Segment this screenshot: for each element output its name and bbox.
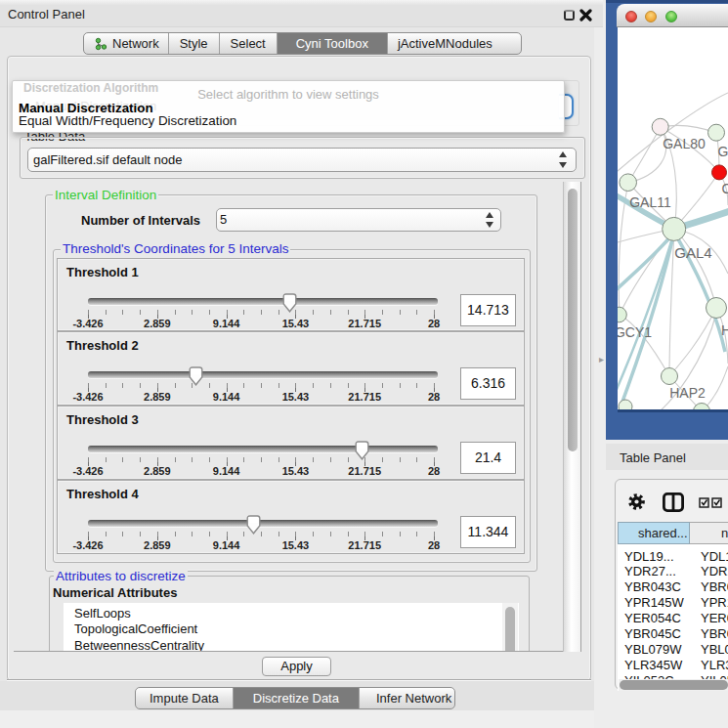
svg-text:GCY1: GCY1 — [618, 324, 652, 340]
svg-text:GAL80: GAL80 — [663, 136, 706, 151]
svg-text:GAL11: GAL11 — [629, 194, 671, 210]
svg-text:HAP2: HAP2 — [669, 385, 706, 401]
svg-text:GAL4: GAL4 — [674, 244, 711, 261]
svg-text:HI: HI — [721, 322, 728, 338]
svg-text:GA: GA — [718, 144, 728, 159]
svg-text:CA: CA — [722, 181, 728, 196]
